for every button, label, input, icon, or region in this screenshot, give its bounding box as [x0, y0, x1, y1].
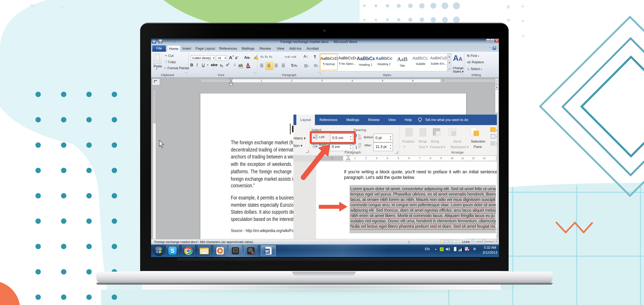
- svg-text:W: W: [265, 249, 269, 254]
